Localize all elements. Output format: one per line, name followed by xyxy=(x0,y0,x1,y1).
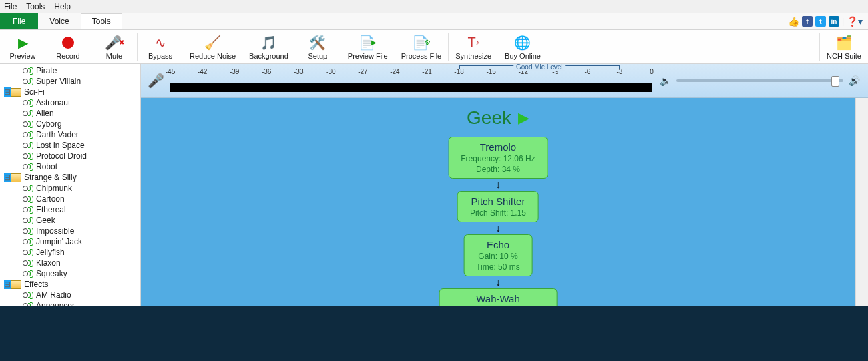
tree-voice-item[interactable]: Astronaut xyxy=(0,97,140,108)
facebook-icon[interactable]: f xyxy=(802,16,813,27)
process-file-button[interactable]: 📄⚙Process File xyxy=(395,30,449,63)
tab-tools[interactable]: Tools xyxy=(81,13,122,29)
tree-item-label: Pirate xyxy=(36,66,57,75)
like-icon[interactable]: 👍 xyxy=(788,16,799,27)
mute-button[interactable]: 🎤✖Mute xyxy=(91,30,137,63)
bottom-bar xyxy=(0,306,868,361)
tree-item-label: Lost in Space xyxy=(36,141,85,150)
process-file-icon: 📄⚙ xyxy=(412,34,431,51)
level-meter: -45-42-39-36-33-30-27-24-21-18-15-12-9-6… xyxy=(170,64,652,97)
level-meter-bar: 🎤 -45-42-39-36-33-30-27-24-21-18-15-12-9… xyxy=(141,64,868,98)
reduce-noise-button[interactable]: 🧹Reduce Noise xyxy=(183,30,242,63)
effect-node[interactable]: Pitch ShifterPitch Shift: 1.15 xyxy=(457,191,539,222)
effect-param: Depth: 34 % xyxy=(461,165,535,174)
tree-voice-item[interactable]: Ethereal xyxy=(0,204,140,215)
tree-voice-item[interactable]: Super Villain xyxy=(0,76,140,87)
tree-voice-item[interactable]: Jellyfish xyxy=(0,247,140,258)
voice-icon xyxy=(23,110,33,117)
meter-tick: -27 xyxy=(358,68,367,75)
linkedin-icon[interactable]: in xyxy=(829,16,839,27)
preview-file-button[interactable]: 📄▶Preview File xyxy=(341,30,395,63)
tree-voice-item[interactable]: Geek xyxy=(0,215,140,226)
menu-help[interactable]: Help xyxy=(54,2,71,11)
menu-tools[interactable]: Tools xyxy=(26,2,45,11)
volume-slider[interactable] xyxy=(676,79,843,82)
tree-voice-item[interactable]: Darth Vader xyxy=(0,129,140,140)
tree-voice-item[interactable]: Chipmunk xyxy=(0,183,140,194)
meter-tick: -21 xyxy=(422,68,431,75)
bypass-icon: ∿ xyxy=(155,34,166,51)
effect-param: Frequency: 12.06 Hz xyxy=(461,154,535,163)
tree-voice-item[interactable]: Protocol Droid xyxy=(0,151,140,161)
voice-icon xyxy=(23,228,33,235)
effect-param: Pitch Shift: 1.15 xyxy=(470,208,526,218)
meter-track xyxy=(170,83,652,92)
twitter-icon[interactable]: t xyxy=(815,16,826,27)
tree-voice-item[interactable]: Alien xyxy=(0,108,140,119)
effect-name: Pitch Shifter xyxy=(470,196,526,207)
tab-file[interactable]: File xyxy=(0,13,38,29)
record-button[interactable]: Record xyxy=(45,30,91,63)
voice-icon xyxy=(23,270,33,278)
voice-icon xyxy=(23,142,33,149)
synthesize-button[interactable]: T♪Synthesize xyxy=(449,30,498,63)
tree-folder[interactable]: ⊟ Sci-Fi xyxy=(0,87,140,97)
effect-param: Time: 50 ms xyxy=(476,262,520,272)
meter-tick: -42 xyxy=(198,68,207,75)
effect-node[interactable]: TremoloFrequency: 12.06 HzDepth: 34 % xyxy=(448,137,548,179)
tree-folder[interactable]: ⊟ Strange & Silly xyxy=(0,172,140,183)
tree-voice-item[interactable]: Lost in Space xyxy=(0,140,140,151)
voice-icon xyxy=(23,99,33,107)
tree-voice-item[interactable]: Impossible xyxy=(0,226,140,236)
tab-voice[interactable]: Voice xyxy=(38,13,80,29)
tree-voice-item[interactable]: Cartoon xyxy=(0,194,140,204)
tree-voice-item[interactable]: Jumpin' Jack xyxy=(0,236,140,247)
tree-voice-item[interactable]: Pirate xyxy=(0,65,140,76)
menu-file[interactable]: File xyxy=(4,2,17,11)
tree-voice-item[interactable]: Cyborg xyxy=(0,119,140,129)
collapse-icon[interactable]: ⊟ xyxy=(4,87,11,97)
tree-item-label: Cartoon xyxy=(36,194,65,204)
tree-item-label: Ethereal xyxy=(36,205,66,214)
synthesize-icon: T♪ xyxy=(468,34,479,51)
tree-item-label: Robot xyxy=(36,162,57,171)
collapse-icon[interactable]: ⊟ xyxy=(4,173,11,182)
collapse-icon[interactable]: ⊟ xyxy=(4,280,11,289)
tree-voice-item[interactable]: AM Radio xyxy=(0,290,140,300)
buy-online-button[interactable]: 🌐Buy Online xyxy=(498,30,548,63)
effect-name: Wah-Wah xyxy=(467,293,530,304)
effect-node[interactable]: EchoGain: 10 %Time: 50 ms xyxy=(463,234,533,276)
globe-icon: 🌐 xyxy=(514,34,531,51)
voice-icon xyxy=(23,131,33,139)
effect-param: Gain: 10 % xyxy=(476,252,520,261)
arrow-down-icon: ↓ xyxy=(495,224,501,233)
tree-voice-item[interactable]: Robot xyxy=(0,161,140,172)
voice-icon xyxy=(23,163,33,171)
voice-icon xyxy=(23,67,33,75)
tree-voice-item[interactable]: Squeaky xyxy=(0,268,140,279)
voice-icon xyxy=(23,185,33,192)
tree-folder-label: Strange & Silly xyxy=(24,173,77,182)
play-voice-icon[interactable]: ▶ xyxy=(518,109,529,127)
speaker-icon[interactable]: 🔊 xyxy=(849,75,860,86)
voice-icon xyxy=(23,78,33,85)
tree-folder[interactable]: ⊟ Effects xyxy=(0,279,140,290)
speaker-muted-icon[interactable]: 🔈 xyxy=(660,75,671,86)
menu-bar: File Tools Help xyxy=(0,0,868,13)
folder-icon xyxy=(11,280,21,289)
preview-button[interactable]: ▶Preview xyxy=(0,30,45,63)
tree-voice-item[interactable]: Klaxon xyxy=(0,258,140,268)
separator: | xyxy=(842,17,844,26)
tree-item-label: Darth Vader xyxy=(36,130,79,139)
nch-suite-button[interactable]: 🗂️NCH Suite xyxy=(820,30,868,63)
tree-item-label: Chipmunk xyxy=(36,184,72,193)
bypass-button[interactable]: ∿Bypass xyxy=(138,30,183,63)
slider-knob[interactable] xyxy=(831,76,839,87)
nch-icon: 🗂️ xyxy=(836,34,853,51)
setup-button[interactable]: 🛠️Setup xyxy=(295,30,341,63)
tree-item-label: Jumpin' Jack xyxy=(36,237,82,246)
help-dropdown-icon[interactable]: ❓▾ xyxy=(847,16,863,27)
voice-icon xyxy=(23,249,33,256)
background-button[interactable]: 🎵Background xyxy=(242,30,295,63)
folder-icon xyxy=(11,173,21,182)
